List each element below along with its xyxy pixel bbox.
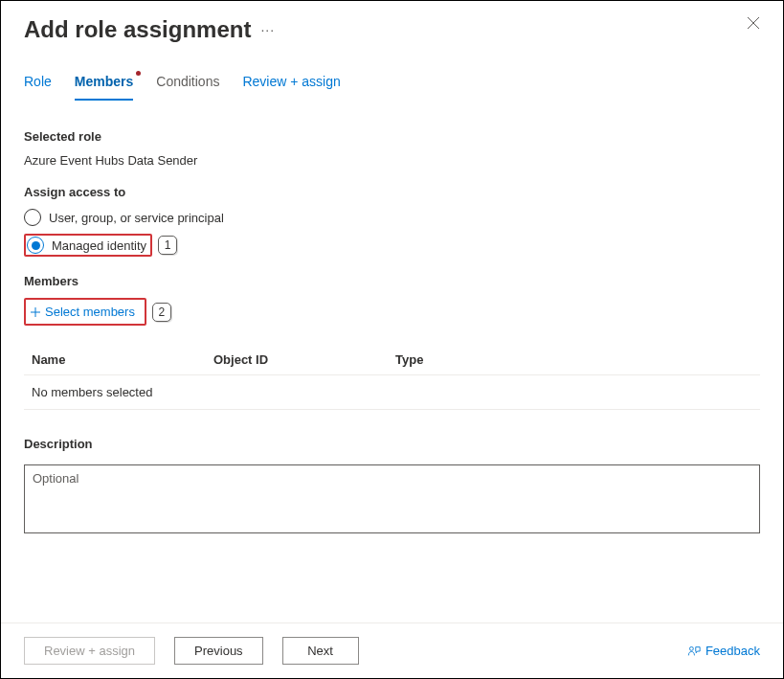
description-label: Description — [24, 437, 760, 451]
radio-managed-identity[interactable]: Managed identity — [27, 237, 146, 254]
col-header-name: Name — [32, 352, 213, 367]
assign-access-label: Assign access to — [24, 185, 760, 199]
next-button[interactable]: Next — [282, 637, 359, 665]
callout-box-2: Select members — [24, 298, 146, 326]
callout-number-2: 2 — [152, 303, 171, 322]
selected-role-value: Azure Event Hubs Data Sender — [24, 153, 760, 168]
tab-role[interactable]: Role — [24, 74, 52, 101]
empty-state-text: No members selected — [32, 385, 152, 399]
review-assign-button: Review + assign — [24, 637, 155, 665]
select-members-text: Select members — [45, 305, 135, 319]
select-members-link[interactable]: Select members — [27, 301, 141, 323]
close-button[interactable] — [747, 16, 762, 32]
tab-review[interactable]: Review + assign — [242, 74, 340, 101]
selected-role-label: Selected role — [24, 129, 760, 144]
radio-icon — [27, 237, 44, 254]
tab-indicator-icon — [136, 71, 141, 76]
col-header-id: Object ID — [213, 352, 395, 367]
callout-box-1: Managed identity — [24, 234, 152, 257]
page-title: Add role assignment — [24, 16, 251, 43]
radio-user-group[interactable]: User, group, or service principal — [24, 209, 760, 226]
radio-icon — [24, 209, 41, 226]
close-icon — [747, 16, 760, 30]
plus-icon — [30, 306, 41, 318]
tab-conditions: Conditions — [156, 74, 219, 101]
description-input[interactable] — [24, 464, 760, 533]
more-icon[interactable]: ··· — [260, 22, 275, 37]
members-label: Members — [24, 274, 760, 288]
radio-user-group-label: User, group, or service principal — [49, 211, 224, 225]
table-row-empty: No members selected — [24, 375, 760, 410]
previous-button[interactable]: Previous — [174, 637, 263, 665]
svg-point-4 — [689, 646, 693, 650]
feedback-text: Feedback — [706, 644, 760, 658]
feedback-icon — [687, 645, 701, 658]
radio-managed-identity-label: Managed identity — [52, 238, 146, 253]
tab-members[interactable]: Members — [75, 74, 133, 101]
feedback-link[interactable]: Feedback — [687, 644, 760, 658]
callout-number-1: 1 — [158, 236, 177, 255]
tab-members-label: Members — [75, 74, 133, 89]
col-header-type: Type — [395, 352, 752, 367]
members-table: Name Object ID Type No members selected — [24, 345, 760, 410]
